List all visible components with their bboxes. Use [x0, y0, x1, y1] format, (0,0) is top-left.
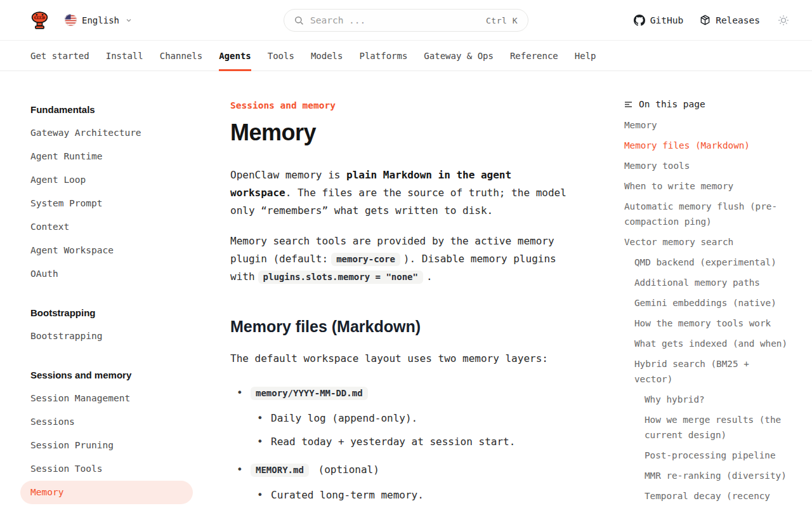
inline-code-memory-md: MEMORY.md — [251, 464, 309, 477]
sidebar-section-bootstrapping: Bootstrapping Bootstrapping — [30, 302, 193, 348]
toc-header: On this page — [624, 99, 789, 109]
inline-code-daily-file: memory/YYYY-MM-DD.md — [251, 387, 368, 400]
tab-install[interactable]: Install — [106, 41, 143, 70]
list-item: Curated long-term memory. — [251, 486, 573, 504]
toc-item-vector-search[interactable]: Vector memory search — [624, 234, 789, 250]
chevron-down-icon — [126, 17, 132, 23]
github-label: GitHub — [650, 15, 683, 25]
section-title-memory-files: Memory files (Markdown) — [230, 318, 573, 336]
left-sidebar: Fundamentals Gateway Architecture Agent … — [30, 99, 193, 508]
toc-item-mmr-reranking[interactable]: MMR re-ranking (diversity) — [624, 468, 789, 483]
inline-code-memory-core: memory-core — [331, 253, 400, 266]
tab-reference[interactable]: Reference — [510, 41, 558, 70]
toc-item-automatic-flush[interactable]: Automatic memory flush (pre-compaction p… — [624, 199, 789, 229]
toc-item-gemini-embeddings[interactable]: Gemini embeddings (native) — [624, 295, 789, 311]
intro-paragraph: OpenClaw memory is plain Markdown in the… — [230, 166, 573, 220]
search-icon — [294, 16, 304, 25]
list-item-text: Daily log (append-only). — [271, 412, 417, 424]
sidebar-item-session-pruning[interactable]: Session Pruning — [20, 434, 193, 457]
memory-layers-list: memory/YYYY-MM-DD.md Daily log (append-o… — [230, 384, 573, 508]
language-selector[interactable]: English — [65, 14, 132, 26]
files-intro-paragraph: The default workspace layout uses two me… — [230, 350, 573, 368]
theme-toggle-button[interactable] — [778, 15, 789, 26]
list-item-suffix: (optional) — [318, 464, 379, 476]
sidebar-item-bootstrapping[interactable]: Bootstrapping — [20, 324, 193, 348]
releases-label: Releases — [716, 15, 760, 25]
page-title: Memory — [230, 119, 573, 146]
search-bar[interactable]: Ctrl K — [284, 9, 528, 32]
article: Sessions and memory Memory OpenClaw memo… — [230, 99, 573, 508]
toc-item-why-hybrid[interactable]: Why hybrid? — [624, 392, 789, 407]
tab-gateway-ops[interactable]: Gateway & Ops — [424, 41, 494, 70]
list-item-text: Read today + yesterday at session start. — [271, 436, 515, 448]
inline-code-plugins-slots: plugins.slots.memory = "none" — [258, 271, 423, 284]
header: English Ctrl K GitHub Releases — [0, 0, 812, 41]
sidebar-item-memory[interactable]: Memory — [20, 481, 193, 504]
list-item: Read today + yesterday at session start. — [251, 433, 573, 451]
toc-item-qmd-backend[interactable]: QMD backend (experimental) — [624, 255, 789, 270]
breadcrumb: Sessions and memory — [230, 99, 573, 112]
sidebar-item-sessions[interactable]: Sessions — [20, 410, 193, 434]
header-links: GitHub Releases — [634, 15, 789, 26]
list-item: memory/YYYY-MM-DD.md Daily log (append-o… — [230, 384, 573, 451]
sidebar-heading-sessions-memory: Sessions and memory — [30, 364, 193, 385]
sidebar-item-context[interactable]: Context — [20, 215, 193, 239]
toc-item-post-processing[interactable]: Post-processing pipeline — [624, 448, 789, 463]
sidebar-item-system-prompt[interactable]: System Prompt — [20, 192, 193, 215]
tab-platforms[interactable]: Platforms — [359, 41, 407, 70]
tab-help[interactable]: Help — [575, 41, 596, 70]
list-item-text: Curated long-term memory. — [271, 489, 424, 501]
sidebar-item-oauth[interactable]: OAuth — [20, 262, 193, 286]
lobster-logo-icon[interactable] — [30, 11, 49, 30]
toc-list: Memory Memory files (Markdown) Memory to… — [624, 117, 789, 504]
github-link[interactable]: GitHub — [634, 15, 683, 26]
sidebar-item-gateway-architecture[interactable]: Gateway Architecture — [20, 121, 193, 145]
tab-agents[interactable]: Agents — [219, 41, 251, 70]
toc-item-hybrid-search[interactable]: Hybrid search (BM25 + vector) — [624, 356, 789, 387]
on-this-page: On this page Memory Memory files (Markdo… — [624, 99, 789, 508]
list-item: Daily log (append-only). — [251, 410, 573, 427]
github-icon — [634, 15, 645, 26]
sub-list: Daily log (append-only). Read today + ye… — [251, 410, 573, 451]
toc-item-memory-tools[interactable]: Memory tools — [624, 158, 789, 173]
sidebar-section-fundamentals: Fundamentals Gateway Architecture Agent … — [30, 99, 193, 286]
us-flag-icon — [65, 14, 77, 26]
sidebar-item-session-management[interactable]: Session Management — [20, 387, 193, 410]
tab-channels[interactable]: Channels — [160, 41, 202, 70]
sidebar-item-agent-workspace[interactable]: Agent Workspace — [20, 239, 193, 262]
plugins-text-3: . — [426, 271, 433, 283]
sidebar-heading-fundamentals: Fundamentals — [30, 99, 193, 120]
toc-item-when-to-write[interactable]: When to write memory — [624, 178, 789, 194]
toc-item-temporal-decay[interactable]: Temporal decay (recency — [624, 488, 789, 504]
toc-item-how-tools-work[interactable]: How the memory tools work — [624, 316, 789, 331]
sidebar-section-sessions-memory: Sessions and memory Session Management S… — [30, 364, 193, 504]
toc-item-additional-paths[interactable]: Additional memory paths — [624, 275, 789, 290]
search-shortcut: Ctrl K — [486, 16, 518, 25]
sidebar-item-agent-loop[interactable]: Agent Loop — [20, 168, 193, 192]
sidebar-item-agent-runtime[interactable]: Agent Runtime — [20, 145, 193, 168]
tab-models[interactable]: Models — [311, 41, 343, 70]
sun-icon — [778, 15, 789, 26]
sidebar-heading-bootstrapping: Bootstrapping — [30, 302, 193, 323]
list-item: MEMORY.md (optional) Curated long-term m… — [230, 461, 573, 508]
releases-link[interactable]: Releases — [700, 15, 760, 25]
toc-item-memory[interactable]: Memory — [624, 117, 789, 133]
toc-item-how-we-merge[interactable]: How we merge results (the current design… — [624, 412, 789, 443]
sidebar-item-session-tools[interactable]: Session Tools — [20, 457, 193, 481]
content-area: Fundamentals Gateway Architecture Agent … — [0, 71, 812, 508]
intro-text: OpenClaw memory is — [230, 169, 346, 181]
plugins-paragraph: Memory search tools are provided by the … — [230, 232, 573, 286]
toc-lines-icon — [624, 100, 632, 109]
toc-item-memory-files[interactable]: Memory files (Markdown) — [624, 138, 789, 153]
sub-list: Curated long-term memory. Only load in t… — [251, 486, 573, 508]
package-icon — [700, 15, 710, 25]
language-label: English — [82, 15, 119, 25]
tab-tools[interactable]: Tools — [268, 41, 294, 70]
search-input[interactable] — [310, 15, 480, 25]
tab-get-started[interactable]: Get started — [30, 41, 89, 70]
toc-title: On this page — [639, 99, 705, 109]
primary-nav: Get started Install Channels Agents Tool… — [0, 41, 812, 71]
toc-item-what-gets-indexed[interactable]: What gets indexed (and when) — [624, 336, 789, 351]
